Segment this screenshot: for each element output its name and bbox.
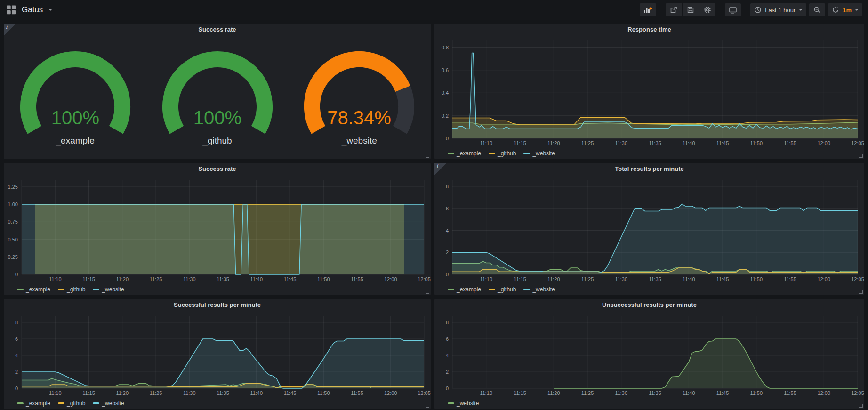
x-tick-label: 11:45 <box>716 390 729 396</box>
panel-title[interactable]: Success rate <box>4 24 431 36</box>
x-tick-label: 11:10 <box>480 390 492 396</box>
x-tick-label: 11:10 <box>480 140 492 146</box>
y-tick-label: 0 <box>15 386 18 391</box>
legend-swatch <box>17 402 24 404</box>
legend-label: _github <box>67 400 85 407</box>
legend-item-_example[interactable]: _example <box>17 400 50 407</box>
x-tick-label: 11:15 <box>514 140 526 146</box>
y-tick-label: 0 <box>15 272 18 277</box>
x-tick-label: 11:40 <box>683 140 695 146</box>
y-tick-label: 2 <box>15 369 18 375</box>
dashboards-grid-icon[interactable] <box>7 5 16 15</box>
save-icon <box>687 6 694 14</box>
total-results-chart[interactable]: 11:1011:1511:2011:2511:3011:3511:4011:45… <box>434 175 864 284</box>
legend-item-_github[interactable]: _github <box>58 400 85 407</box>
x-tick-label: 11:50 <box>750 390 763 396</box>
dashboard-title[interactable]: Gatus <box>22 5 43 15</box>
add-panel-button[interactable] <box>640 3 656 16</box>
y-tick-label: 4 <box>15 353 18 358</box>
legend-swatch <box>93 402 99 404</box>
panel-resize-handle[interactable] <box>859 404 863 408</box>
y-tick-label: 6 <box>15 336 18 342</box>
legend-item-_website[interactable]: _website <box>93 400 124 407</box>
panel-successful-results: Successful results per minute 11:1011:15… <box>4 299 431 409</box>
y-tick-label: 0.2 <box>442 113 449 119</box>
response-time-chart[interactable]: 11:1011:1511:2011:2511:3011:3511:4011:45… <box>434 36 864 148</box>
legend-label: _example <box>457 150 481 157</box>
x-tick-label: 11:35 <box>649 390 661 396</box>
legend-item-_website[interactable]: _website <box>448 400 479 407</box>
x-tick-label: 11:25 <box>581 140 594 146</box>
panel-resize-handle[interactable] <box>426 154 429 158</box>
panel-title[interactable]: Response time <box>434 24 864 36</box>
x-tick-label: 11:55 <box>784 140 796 146</box>
legend-swatch <box>489 289 495 290</box>
gauge-label: _website <box>289 136 430 146</box>
successful-results-chart[interactable]: 11:1011:1511:2011:2511:3011:3511:4011:45… <box>4 311 431 398</box>
x-tick-label: 11:30 <box>183 390 196 396</box>
x-tick-label: 12:00 <box>817 390 830 396</box>
legend-label: _github <box>498 150 516 157</box>
legend: _example_github_website <box>4 284 431 295</box>
panel-title[interactable]: Total results per minute <box>434 163 864 175</box>
gauge-label: _example <box>5 136 146 146</box>
legend-item-_github[interactable]: _github <box>58 286 85 293</box>
y-tick-label: 0.25 <box>8 254 18 260</box>
panel-title[interactable]: Successful results per minute <box>4 299 431 311</box>
x-tick-label: 11:20 <box>116 276 129 282</box>
zoom-out-button[interactable] <box>809 3 825 16</box>
legend-item-_website[interactable]: _website <box>523 286 555 293</box>
refresh-caret-icon <box>855 9 859 11</box>
legend-swatch <box>58 402 64 404</box>
x-tick-label: 12:05 <box>851 140 864 146</box>
legend-item-_example[interactable]: _example <box>448 150 481 157</box>
time-range-caret-icon <box>799 9 803 11</box>
info-corner-icon[interactable]: i <box>434 163 447 175</box>
x-tick-label: 11:25 <box>150 390 162 396</box>
panel-title[interactable]: Success rate <box>4 163 431 175</box>
y-tick-label: 0 <box>446 136 449 141</box>
panel-title[interactable]: Unsuccessful results per minute <box>434 299 864 311</box>
x-tick-label: 11:35 <box>649 276 661 282</box>
legend-swatch <box>448 289 454 290</box>
x-tick-label: 11:50 <box>750 276 763 282</box>
settings-button[interactable] <box>699 3 715 16</box>
x-tick-label: 12:05 <box>418 276 431 282</box>
legend-item-_website[interactable]: _website <box>93 286 124 293</box>
navbar: Gatus <box>0 0 868 20</box>
panel-resize-handle[interactable] <box>426 404 429 408</box>
x-tick-label: 11:55 <box>784 276 796 282</box>
legend-label: _example <box>457 286 481 293</box>
refresh-button[interactable]: 1m <box>828 3 862 16</box>
x-tick-label: 11:30 <box>615 390 627 396</box>
legend-label: _website <box>102 400 124 407</box>
y-tick-label: 8 <box>15 320 18 325</box>
legend-label: _website <box>457 400 479 407</box>
legend-swatch <box>448 402 454 404</box>
time-range-button[interactable]: Last 1 hour <box>750 3 806 16</box>
legend-item-_website[interactable]: _website <box>523 150 555 157</box>
panel-resize-handle[interactable] <box>859 154 863 158</box>
share-button[interactable] <box>666 3 682 16</box>
x-tick-label: 11:25 <box>581 390 594 396</box>
panel-resize-handle[interactable] <box>426 290 429 294</box>
panel-resize-handle[interactable] <box>859 290 863 294</box>
success-rate-chart[interactable]: 11:1011:1511:2011:2511:3011:3511:4011:45… <box>4 175 431 284</box>
x-tick-label: 12:00 <box>384 276 397 282</box>
legend-item-_example[interactable]: _example <box>17 286 50 293</box>
tv-mode-button[interactable] <box>725 3 741 16</box>
x-tick-label: 12:00 <box>384 390 397 396</box>
save-button[interactable] <box>683 3 699 16</box>
legend: _example_github_website <box>434 148 864 159</box>
legend-item-_github[interactable]: _github <box>489 286 516 293</box>
legend-item-_github[interactable]: _github <box>489 150 516 157</box>
gauge-_example: 100%_example <box>5 45 146 146</box>
y-tick-label: 4 <box>446 353 449 358</box>
x-tick-label: 12:05 <box>418 390 431 396</box>
x-tick-label: 11:25 <box>150 276 162 282</box>
x-tick-label: 12:00 <box>817 140 830 146</box>
unsuccessful-results-chart[interactable]: 11:1011:1511:2011:2511:3011:3511:4011:45… <box>434 311 864 398</box>
nav-left: Gatus <box>0 5 52 15</box>
info-corner-icon[interactable]: i <box>4 24 16 36</box>
legend-item-_example[interactable]: _example <box>448 286 481 293</box>
